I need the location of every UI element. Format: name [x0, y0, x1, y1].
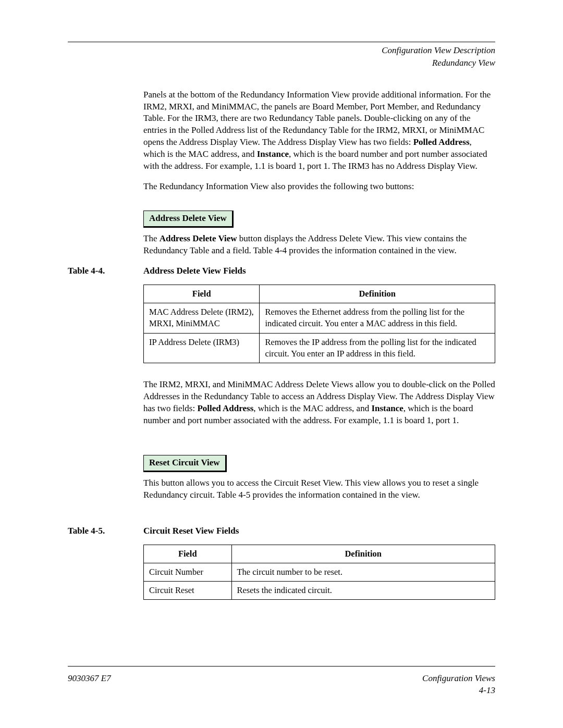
- para-address-delete: The Address Delete View button displays …: [143, 233, 495, 257]
- page: Configuration View Description Redundanc…: [0, 0, 563, 728]
- table-row: Circuit Number The circuit number to be …: [144, 563, 495, 581]
- running-header-line1: Configuration View Description: [68, 44, 495, 57]
- table-row: MAC Address Delete (IRM2), MRXI, MiniMMA…: [144, 303, 495, 334]
- table-row: Field Definition: [144, 545, 495, 563]
- table-4-4: Field Definition MAC Address Delete (IRM…: [143, 285, 495, 363]
- td-definition: Resets the indicated circuit.: [231, 582, 495, 600]
- running-header-line2: Redundancy View: [68, 57, 495, 69]
- reset-circuit-view-button[interactable]: Reset Circuit View: [143, 455, 227, 472]
- running-header: Configuration View Description Redundanc…: [68, 44, 495, 69]
- address-delete-view-button[interactable]: Address Delete View: [143, 211, 234, 228]
- table-4-5: Field Definition Circuit Number The circ…: [143, 545, 495, 600]
- th-field: Field: [144, 545, 232, 563]
- instance-bold-2: Instance: [371, 403, 403, 413]
- td-field: MAC Address Delete (IRM2), MRXI, MiniMMA…: [144, 303, 260, 334]
- table-row: Field Definition: [144, 285, 495, 303]
- para-intro: Panels at the bottom of the Redundancy I…: [143, 89, 495, 173]
- footer-left: 9030367 E7: [68, 673, 111, 697]
- td-field: IP Address Delete (IRM3): [144, 333, 260, 363]
- para-adv-detail: The IRM2, MRXI, and MiniMMAC Address Del…: [143, 379, 495, 427]
- td-definition: Removes the Ethernet address from the po…: [260, 303, 495, 334]
- table-4-4-caption: Table 4-4. Address Delete View Fields: [68, 265, 495, 277]
- footer-right: Configuration Views 4-13: [422, 673, 495, 697]
- para-adv-a: The: [143, 233, 160, 243]
- bottom-rule: [68, 666, 495, 667]
- td-definition: The circuit number to be reset.: [231, 563, 495, 581]
- th-definition: Definition: [231, 545, 495, 563]
- instance-bold: Instance: [257, 149, 289, 159]
- td-field: Circuit Reset: [144, 582, 232, 600]
- table-4-5-caption: Table 4-5. Circuit Reset View Fields: [68, 525, 495, 537]
- body-content: Panels at the bottom of the Redundancy I…: [143, 89, 495, 600]
- polled-address-bold: Polled Address: [413, 137, 470, 147]
- footer-page-number: 4-13: [422, 685, 495, 697]
- para-adv-detail-c: , which is the MAC address, and: [253, 403, 371, 413]
- td-definition: Removes the IP address from the polling …: [260, 333, 495, 363]
- polled-address-bold-2: Polled Address: [197, 403, 253, 413]
- adv-bold: Address Delete View: [160, 233, 237, 243]
- table-4-4-title: Address Delete View Fields: [143, 265, 495, 277]
- page-footer: 9030367 E7 Configuration Views 4-13: [68, 673, 495, 697]
- table-4-5-label: Table 4-5.: [68, 525, 143, 537]
- para-buttons-intro: The Redundancy Information View also pro…: [143, 181, 495, 193]
- table-4-5-title: Circuit Reset View Fields: [143, 525, 495, 537]
- td-field: Circuit Number: [144, 563, 232, 581]
- para-reset-circuit: This button allows you to access the Cir…: [143, 477, 495, 501]
- table-row: Circuit Reset Resets the indicated circu…: [144, 582, 495, 600]
- th-field: Field: [144, 285, 260, 303]
- table-4-4-label: Table 4-4.: [68, 265, 143, 277]
- th-definition: Definition: [260, 285, 495, 303]
- table-row: IP Address Delete (IRM3) Removes the IP …: [144, 333, 495, 363]
- footer-right-title: Configuration Views: [422, 673, 495, 685]
- top-rule: [68, 42, 495, 42]
